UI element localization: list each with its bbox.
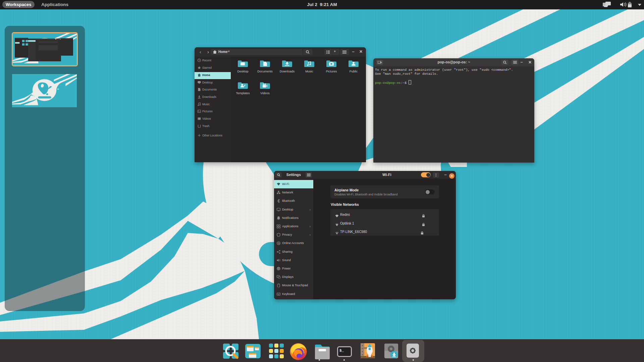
svg-text:$_: $_ [339,349,344,353]
